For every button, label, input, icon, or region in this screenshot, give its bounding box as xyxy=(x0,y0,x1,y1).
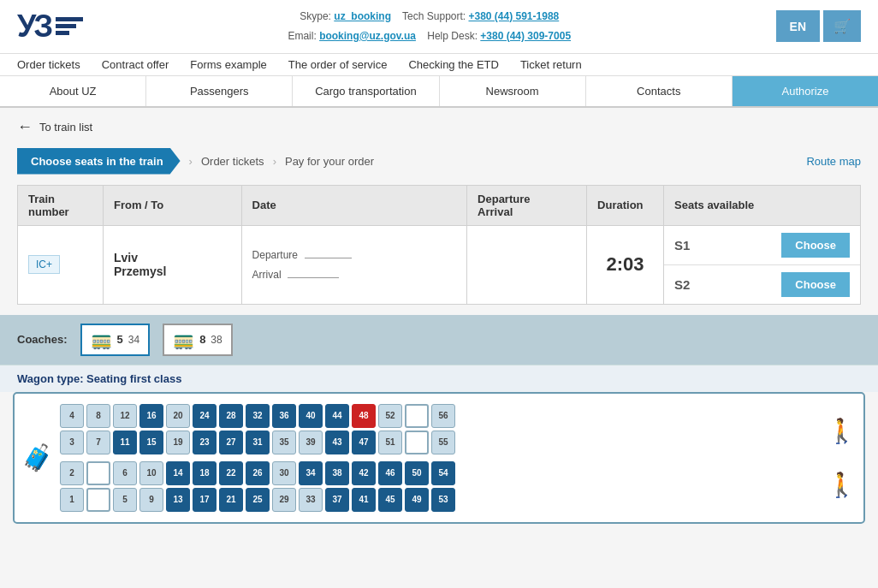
seat-25[interactable]: 25 xyxy=(246,488,270,512)
date-cell: Departure Arrival xyxy=(241,225,466,304)
lang-button[interactable]: EN xyxy=(776,10,820,42)
seat-6[interactable]: 6 xyxy=(113,461,137,485)
top-rows: 48121620242832364044485256 3711151923273… xyxy=(60,404,822,454)
seat-26[interactable]: 26 xyxy=(246,461,270,485)
seat-44[interactable]: 44 xyxy=(325,404,349,428)
email-link[interactable]: booking@uz.gov.ua xyxy=(319,30,416,42)
seat-28[interactable]: 28 xyxy=(219,404,243,428)
tech-phone[interactable]: +380 (44) 591-1988 xyxy=(468,10,559,22)
breadcrumb-step-3: Pay for your order xyxy=(285,155,374,168)
seat-29[interactable]: 29 xyxy=(272,488,296,512)
breadcrumb-step-1[interactable]: Choose seats in the train xyxy=(17,148,181,175)
seat-36[interactable]: 36 xyxy=(272,404,296,428)
seat-38[interactable]: 38 xyxy=(325,461,349,485)
breadcrumb-step-2: Order tickets xyxy=(201,155,264,168)
seat-30[interactable]: 30 xyxy=(272,461,296,485)
seat-49[interactable]: 49 xyxy=(405,488,429,512)
skype-link[interactable]: uz_booking xyxy=(334,10,391,22)
seat-10[interactable]: 10 xyxy=(139,461,163,485)
back-link[interactable]: ← To train list xyxy=(17,118,861,136)
breadcrumb-sep-1: › xyxy=(189,155,193,168)
seat-47[interactable]: 47 xyxy=(352,431,376,454)
seat-row-top-2: 37111519232731353943475155 xyxy=(60,431,822,454)
header-actions: EN 🛒 xyxy=(776,10,861,42)
coach-btn-1[interactable]: 🚃 5 34 xyxy=(80,324,151,356)
route-map-link[interactable]: Route map xyxy=(806,155,861,168)
seat-14[interactable]: 14 xyxy=(166,461,190,485)
seat-3[interactable]: 3 xyxy=(60,431,84,454)
seat-34[interactable]: 34 xyxy=(299,461,323,485)
seat-32[interactable]: 32 xyxy=(246,404,270,428)
seat-16[interactable]: 16 xyxy=(139,404,163,428)
seat-18[interactable]: 18 xyxy=(193,461,217,485)
seat-24[interactable]: 24 xyxy=(193,404,217,428)
seat-8[interactable]: 8 xyxy=(86,404,110,428)
seat-17[interactable]: 17 xyxy=(193,488,217,512)
seat-13[interactable]: 13 xyxy=(166,488,190,512)
logo-line-2 xyxy=(56,24,76,28)
seat-46[interactable]: 46 xyxy=(378,461,402,485)
seat-37[interactable]: 37 xyxy=(325,488,349,512)
seating-diagram: 🧳 48121620242832364044485256 37111519232… xyxy=(21,404,857,512)
nav-about-uz[interactable]: About UZ xyxy=(0,76,146,106)
person-icon-bot: 🚶 xyxy=(827,471,857,499)
seat-11[interactable]: 11 xyxy=(113,431,137,454)
seat-2[interactable]: 2 xyxy=(60,461,84,485)
seat-5[interactable]: 5 xyxy=(113,488,137,512)
nav-order-tickets[interactable]: Order tickets xyxy=(17,58,80,71)
seat-22[interactable]: 22 xyxy=(219,461,243,485)
nav-passengers[interactable]: Passengers xyxy=(146,76,293,106)
seat-48[interactable]: 48 xyxy=(352,404,376,428)
cart-button[interactable]: 🛒 xyxy=(823,10,861,42)
seat-54[interactable]: 54 xyxy=(431,461,455,485)
seat-39[interactable]: 39 xyxy=(299,431,323,454)
seat-35[interactable]: 35 xyxy=(272,431,296,454)
col-train-number: Train number xyxy=(18,185,104,225)
seat-class-s2-label: S2 xyxy=(674,277,690,292)
choose-s2-button[interactable]: Choose xyxy=(781,272,850,297)
nav-forms-example[interactable]: Forms example xyxy=(190,58,267,71)
seat-class-s1: S1 Choose xyxy=(664,226,860,265)
nav-newsroom[interactable]: Newsroom xyxy=(440,76,586,106)
seat-53[interactable]: 53 xyxy=(431,488,455,512)
seat-15[interactable]: 15 xyxy=(139,431,163,454)
nav-authorize[interactable]: Authorize xyxy=(733,76,878,106)
helpdesk-phone[interactable]: +380 (44) 309-7005 xyxy=(480,30,571,42)
seat-20[interactable]: 20 xyxy=(166,404,190,428)
seat-23[interactable]: 23 xyxy=(193,431,217,454)
nav-ticket-return[interactable]: Ticket return xyxy=(520,58,582,71)
nav-cargo[interactable]: Cargo transportation xyxy=(293,76,439,106)
nav-contract-offer[interactable]: Contract offer xyxy=(102,58,169,71)
seat-7[interactable]: 7 xyxy=(86,431,110,454)
nav-checking-etd[interactable]: Checking the ETD xyxy=(408,58,499,71)
seat-27[interactable]: 27 xyxy=(219,431,243,454)
departure-label: Departure xyxy=(252,249,298,261)
seat-55[interactable]: 55 xyxy=(431,431,455,454)
seat-43[interactable]: 43 xyxy=(325,431,349,454)
seating-area: 🧳 48121620242832364044485256 37111519232… xyxy=(13,392,865,524)
seat-4[interactable]: 4 xyxy=(60,404,84,428)
seat-1[interactable]: 1 xyxy=(60,488,84,512)
seat-19[interactable]: 19 xyxy=(166,431,190,454)
seat-56[interactable]: 56 xyxy=(431,404,455,428)
duration-value: 2:03 xyxy=(607,253,644,275)
seat-40[interactable]: 40 xyxy=(299,404,323,428)
coach-btn-2[interactable]: 🚃 8 38 xyxy=(163,324,233,356)
nav-contacts[interactable]: Contacts xyxy=(586,76,733,106)
seat-45[interactable]: 45 xyxy=(378,488,402,512)
tech-label: Tech Support: xyxy=(402,10,466,22)
choose-s1-button[interactable]: Choose xyxy=(781,233,850,258)
seat-9[interactable]: 9 xyxy=(139,488,163,512)
seat-33[interactable]: 33 xyxy=(299,488,323,512)
seat-12[interactable]: 12 xyxy=(113,404,137,428)
seat-31[interactable]: 31 xyxy=(246,431,270,454)
nav-order-of-service[interactable]: The order of service xyxy=(288,58,388,71)
col-seats: Seats available xyxy=(664,185,861,225)
seat-41[interactable]: 41 xyxy=(352,488,376,512)
seat-50[interactable]: 50 xyxy=(405,461,429,485)
seat-42[interactable]: 42 xyxy=(352,461,376,485)
seat-51[interactable]: 51 xyxy=(378,431,402,454)
seat-52[interactable]: 52 xyxy=(378,404,402,428)
col-from-to: From / To xyxy=(104,185,242,225)
seat-21[interactable]: 21 xyxy=(219,488,243,512)
